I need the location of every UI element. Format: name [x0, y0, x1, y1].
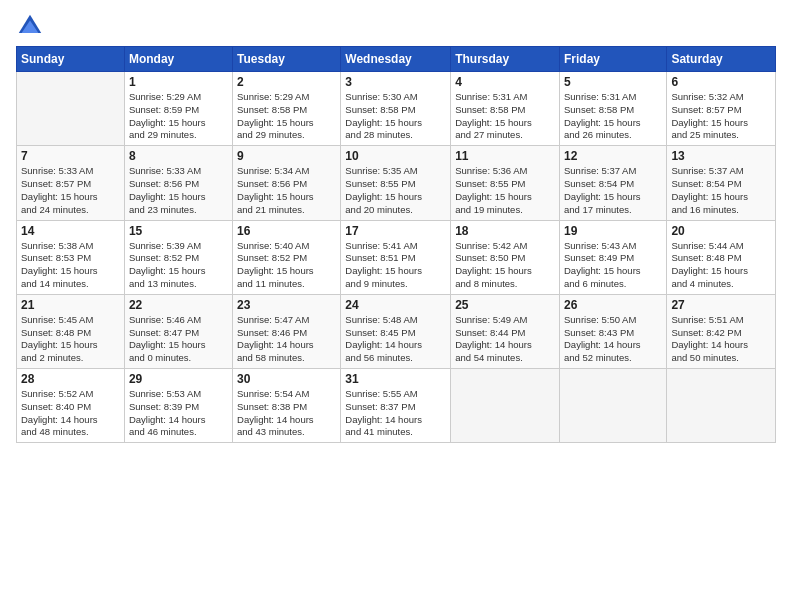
calendar-cell: 27Sunrise: 5:51 AM Sunset: 8:42 PM Dayli…	[667, 294, 776, 368]
header-row: SundayMondayTuesdayWednesdayThursdayFrid…	[17, 47, 776, 72]
day-info: Sunrise: 5:37 AM Sunset: 8:54 PM Dayligh…	[564, 165, 662, 216]
day-info: Sunrise: 5:48 AM Sunset: 8:45 PM Dayligh…	[345, 314, 446, 365]
day-info: Sunrise: 5:43 AM Sunset: 8:49 PM Dayligh…	[564, 240, 662, 291]
calendar-cell: 14Sunrise: 5:38 AM Sunset: 8:53 PM Dayli…	[17, 220, 125, 294]
day-header-friday: Friday	[559, 47, 666, 72]
calendar-cell: 9Sunrise: 5:34 AM Sunset: 8:56 PM Daylig…	[233, 146, 341, 220]
day-number: 3	[345, 75, 446, 89]
day-number: 21	[21, 298, 120, 312]
day-number: 30	[237, 372, 336, 386]
day-number: 7	[21, 149, 120, 163]
day-number: 27	[671, 298, 771, 312]
day-number: 22	[129, 298, 228, 312]
calendar-cell: 23Sunrise: 5:47 AM Sunset: 8:46 PM Dayli…	[233, 294, 341, 368]
day-number: 4	[455, 75, 555, 89]
day-info: Sunrise: 5:29 AM Sunset: 8:59 PM Dayligh…	[129, 91, 228, 142]
day-info: Sunrise: 5:35 AM Sunset: 8:55 PM Dayligh…	[345, 165, 446, 216]
header	[16, 12, 776, 40]
calendar-body: 1Sunrise: 5:29 AM Sunset: 8:59 PM Daylig…	[17, 72, 776, 443]
page-container: SundayMondayTuesdayWednesdayThursdayFrid…	[0, 0, 792, 451]
calendar-cell: 31Sunrise: 5:55 AM Sunset: 8:37 PM Dayli…	[341, 369, 451, 443]
week-row-2: 7Sunrise: 5:33 AM Sunset: 8:57 PM Daylig…	[17, 146, 776, 220]
day-info: Sunrise: 5:46 AM Sunset: 8:47 PM Dayligh…	[129, 314, 228, 365]
day-header-wednesday: Wednesday	[341, 47, 451, 72]
day-number: 15	[129, 224, 228, 238]
day-number: 31	[345, 372, 446, 386]
calendar-cell: 15Sunrise: 5:39 AM Sunset: 8:52 PM Dayli…	[124, 220, 232, 294]
day-number: 5	[564, 75, 662, 89]
day-header-saturday: Saturday	[667, 47, 776, 72]
day-number: 1	[129, 75, 228, 89]
day-info: Sunrise: 5:34 AM Sunset: 8:56 PM Dayligh…	[237, 165, 336, 216]
day-number: 14	[21, 224, 120, 238]
calendar-cell: 25Sunrise: 5:49 AM Sunset: 8:44 PM Dayli…	[451, 294, 560, 368]
day-info: Sunrise: 5:38 AM Sunset: 8:53 PM Dayligh…	[21, 240, 120, 291]
calendar-cell: 21Sunrise: 5:45 AM Sunset: 8:48 PM Dayli…	[17, 294, 125, 368]
day-number: 17	[345, 224, 446, 238]
day-number: 25	[455, 298, 555, 312]
day-info: Sunrise: 5:31 AM Sunset: 8:58 PM Dayligh…	[564, 91, 662, 142]
calendar-cell: 29Sunrise: 5:53 AM Sunset: 8:39 PM Dayli…	[124, 369, 232, 443]
day-number: 16	[237, 224, 336, 238]
day-info: Sunrise: 5:31 AM Sunset: 8:58 PM Dayligh…	[455, 91, 555, 142]
day-number: 18	[455, 224, 555, 238]
calendar-cell: 12Sunrise: 5:37 AM Sunset: 8:54 PM Dayli…	[559, 146, 666, 220]
calendar-cell: 17Sunrise: 5:41 AM Sunset: 8:51 PM Dayli…	[341, 220, 451, 294]
day-number: 10	[345, 149, 446, 163]
calendar-cell: 11Sunrise: 5:36 AM Sunset: 8:55 PM Dayli…	[451, 146, 560, 220]
day-info: Sunrise: 5:42 AM Sunset: 8:50 PM Dayligh…	[455, 240, 555, 291]
calendar-cell	[17, 72, 125, 146]
calendar-cell	[451, 369, 560, 443]
day-number: 9	[237, 149, 336, 163]
calendar-cell: 2Sunrise: 5:29 AM Sunset: 8:58 PM Daylig…	[233, 72, 341, 146]
day-number: 19	[564, 224, 662, 238]
day-info: Sunrise: 5:51 AM Sunset: 8:42 PM Dayligh…	[671, 314, 771, 365]
calendar-cell: 7Sunrise: 5:33 AM Sunset: 8:57 PM Daylig…	[17, 146, 125, 220]
day-number: 26	[564, 298, 662, 312]
day-info: Sunrise: 5:54 AM Sunset: 8:38 PM Dayligh…	[237, 388, 336, 439]
calendar-cell: 26Sunrise: 5:50 AM Sunset: 8:43 PM Dayli…	[559, 294, 666, 368]
day-info: Sunrise: 5:45 AM Sunset: 8:48 PM Dayligh…	[21, 314, 120, 365]
day-header-sunday: Sunday	[17, 47, 125, 72]
day-info: Sunrise: 5:29 AM Sunset: 8:58 PM Dayligh…	[237, 91, 336, 142]
week-row-3: 14Sunrise: 5:38 AM Sunset: 8:53 PM Dayli…	[17, 220, 776, 294]
day-info: Sunrise: 5:47 AM Sunset: 8:46 PM Dayligh…	[237, 314, 336, 365]
day-info: Sunrise: 5:49 AM Sunset: 8:44 PM Dayligh…	[455, 314, 555, 365]
day-number: 12	[564, 149, 662, 163]
calendar-header: SundayMondayTuesdayWednesdayThursdayFrid…	[17, 47, 776, 72]
calendar-cell: 20Sunrise: 5:44 AM Sunset: 8:48 PM Dayli…	[667, 220, 776, 294]
calendar-cell	[667, 369, 776, 443]
calendar-cell: 16Sunrise: 5:40 AM Sunset: 8:52 PM Dayli…	[233, 220, 341, 294]
day-info: Sunrise: 5:30 AM Sunset: 8:58 PM Dayligh…	[345, 91, 446, 142]
calendar-cell: 3Sunrise: 5:30 AM Sunset: 8:58 PM Daylig…	[341, 72, 451, 146]
day-number: 20	[671, 224, 771, 238]
day-number: 11	[455, 149, 555, 163]
calendar-cell: 5Sunrise: 5:31 AM Sunset: 8:58 PM Daylig…	[559, 72, 666, 146]
day-info: Sunrise: 5:53 AM Sunset: 8:39 PM Dayligh…	[129, 388, 228, 439]
day-header-tuesday: Tuesday	[233, 47, 341, 72]
day-info: Sunrise: 5:33 AM Sunset: 8:57 PM Dayligh…	[21, 165, 120, 216]
day-info: Sunrise: 5:32 AM Sunset: 8:57 PM Dayligh…	[671, 91, 771, 142]
logo-icon	[16, 12, 44, 40]
calendar-cell: 30Sunrise: 5:54 AM Sunset: 8:38 PM Dayli…	[233, 369, 341, 443]
day-info: Sunrise: 5:50 AM Sunset: 8:43 PM Dayligh…	[564, 314, 662, 365]
calendar-table: SundayMondayTuesdayWednesdayThursdayFrid…	[16, 46, 776, 443]
calendar-cell: 1Sunrise: 5:29 AM Sunset: 8:59 PM Daylig…	[124, 72, 232, 146]
day-info: Sunrise: 5:40 AM Sunset: 8:52 PM Dayligh…	[237, 240, 336, 291]
calendar-cell: 22Sunrise: 5:46 AM Sunset: 8:47 PM Dayli…	[124, 294, 232, 368]
calendar-cell: 18Sunrise: 5:42 AM Sunset: 8:50 PM Dayli…	[451, 220, 560, 294]
calendar-cell: 19Sunrise: 5:43 AM Sunset: 8:49 PM Dayli…	[559, 220, 666, 294]
calendar-cell: 28Sunrise: 5:52 AM Sunset: 8:40 PM Dayli…	[17, 369, 125, 443]
day-info: Sunrise: 5:33 AM Sunset: 8:56 PM Dayligh…	[129, 165, 228, 216]
day-number: 29	[129, 372, 228, 386]
day-number: 13	[671, 149, 771, 163]
week-row-4: 21Sunrise: 5:45 AM Sunset: 8:48 PM Dayli…	[17, 294, 776, 368]
calendar-cell: 24Sunrise: 5:48 AM Sunset: 8:45 PM Dayli…	[341, 294, 451, 368]
day-info: Sunrise: 5:44 AM Sunset: 8:48 PM Dayligh…	[671, 240, 771, 291]
day-header-monday: Monday	[124, 47, 232, 72]
calendar-cell: 13Sunrise: 5:37 AM Sunset: 8:54 PM Dayli…	[667, 146, 776, 220]
day-header-thursday: Thursday	[451, 47, 560, 72]
day-info: Sunrise: 5:55 AM Sunset: 8:37 PM Dayligh…	[345, 388, 446, 439]
day-info: Sunrise: 5:41 AM Sunset: 8:51 PM Dayligh…	[345, 240, 446, 291]
day-number: 23	[237, 298, 336, 312]
